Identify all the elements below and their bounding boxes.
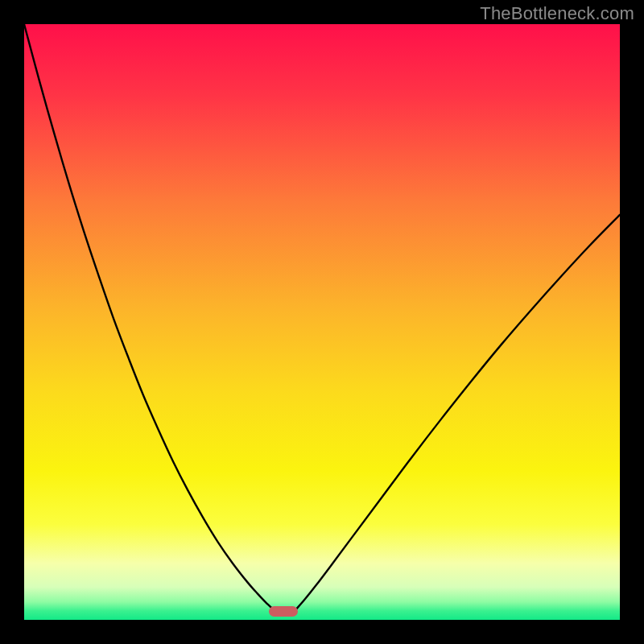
curve-layer [24,24,620,620]
left-curve-path [24,24,275,610]
watermark-text: TheBottleneck.com [480,3,634,24]
bottleneck-marker [269,606,298,617]
right-curve-path [295,215,620,610]
plot-area [24,24,620,620]
chart-container: TheBottleneck.com [0,0,644,644]
